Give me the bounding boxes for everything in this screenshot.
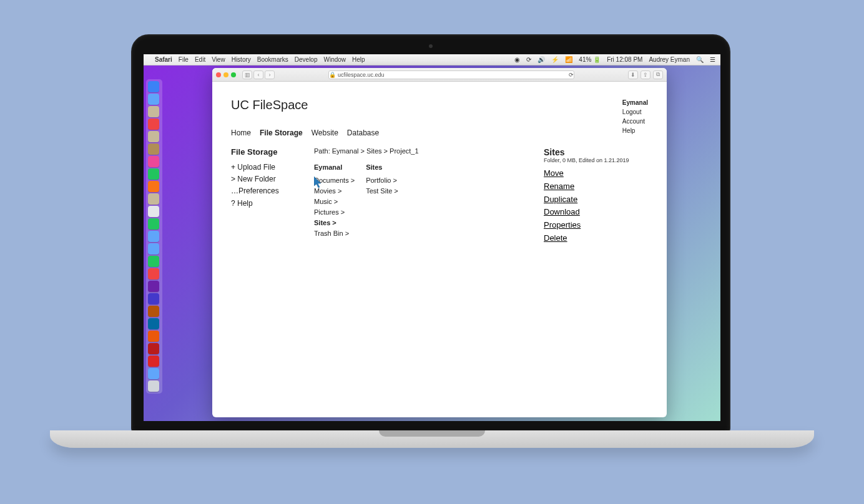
action-move[interactable]: Move (544, 167, 629, 180)
close-window-button[interactable] (216, 72, 221, 77)
menubar-item-window[interactable]: Window (324, 56, 346, 63)
dock-app-9[interactable] (148, 193, 159, 205)
dock-app-18[interactable] (148, 306, 159, 317)
reload-icon[interactable]: ⟳ (569, 72, 574, 78)
tabs-button[interactable]: ⧉ (653, 70, 663, 79)
breadcrumb[interactable]: Path: Eymanal > Sites > Project_1 (314, 147, 514, 155)
help-link[interactable]: ? Help (231, 198, 297, 210)
dock-app-10[interactable] (148, 206, 159, 217)
tab-home[interactable]: Home (231, 128, 251, 137)
dock (146, 79, 162, 394)
menubar-battery[interactable]: 41% 🔋 (579, 56, 601, 63)
dock-app-22[interactable] (148, 356, 159, 367)
action-rename[interactable]: Rename (544, 180, 629, 193)
folder-sites[interactable]: Sites > (314, 218, 355, 228)
dock-app-4[interactable] (148, 131, 159, 142)
file-browser: Path: Eymanal > Sites > Project_1 Eymana… (314, 147, 514, 245)
folder-testsite[interactable]: Test Site > (366, 186, 398, 196)
dock-app-20[interactable] (148, 331, 159, 342)
user-menu-help[interactable]: Help (622, 126, 648, 135)
nav-tabs: Home File Storage Website Database (231, 128, 648, 137)
folder-pictures[interactable]: Pictures > (314, 207, 355, 218)
sidebar-heading: File Storage (231, 147, 297, 157)
dock-app-3[interactable] (148, 119, 159, 130)
dock-app-8[interactable] (148, 181, 159, 192)
folder-documents[interactable]: Documents > (314, 175, 355, 186)
maximize-window-button[interactable] (231, 72, 236, 77)
dock-app-0[interactable] (148, 81, 159, 92)
menubar-status-icon[interactable]: ⟳ (526, 56, 531, 63)
menubar-status-icon[interactable]: ◉ (514, 56, 520, 63)
dock-app-14[interactable] (148, 256, 159, 267)
action-properties[interactable]: Properties (544, 219, 629, 232)
safari-window: ▥ ‹ › 🔒 ucfilespace.uc.edu ⟳ ⬇ ⇪ ⧉ (212, 68, 667, 417)
user-menu-account[interactable]: Account (622, 117, 648, 126)
dock-app-5[interactable] (148, 143, 159, 155)
control-center-icon[interactable]: ☰ (710, 56, 715, 63)
user-menu-name: Eymanal (622, 98, 648, 107)
tab-database[interactable]: Database (347, 128, 379, 137)
menubar-item-develop[interactable]: Develop (295, 56, 318, 63)
dock-app-23[interactable] (148, 368, 159, 379)
menubar-bluetooth-icon[interactable]: ⚡ (551, 56, 559, 63)
share-button[interactable]: ⇪ (641, 70, 650, 79)
dock-app-17[interactable] (148, 293, 159, 304)
menubar-item-view[interactable]: View (212, 56, 225, 63)
folder-trash[interactable]: Trash Bin > (314, 228, 355, 239)
details-meta: Folder, 0 MB, Edited on 1.21.2019 (544, 157, 629, 163)
laptop-notch (379, 430, 485, 437)
dock-app-13[interactable] (148, 243, 159, 254)
dock-app-24[interactable] (148, 380, 159, 392)
details-title: Sites (544, 147, 629, 157)
dock-app-2[interactable] (148, 106, 159, 117)
dock-app-15[interactable] (148, 268, 159, 279)
download-button[interactable]: ⬇ (628, 70, 638, 79)
folder-portfolio[interactable]: Portfolio > (366, 175, 398, 186)
user-menu-logout[interactable]: Logout (622, 107, 648, 117)
page-content: UC FileSpace Eymanal Logout Account Help… (212, 82, 667, 417)
laptop-camera (429, 44, 433, 48)
dock-app-7[interactable] (148, 168, 159, 180)
tab-file-storage[interactable]: File Storage (260, 128, 303, 137)
safari-toolbar: ▥ ‹ › 🔒 ucfilespace.uc.edu ⟳ ⬇ ⇪ ⧉ (212, 68, 667, 82)
preferences-link[interactable]: …Preferences (231, 185, 297, 197)
menubar-wifi-icon[interactable]: 📶 (565, 56, 572, 63)
menubar-item-help[interactable]: Help (352, 56, 365, 63)
details-panel: Sites Folder, 0 MB, Edited on 1.21.2019 … (544, 147, 629, 245)
dock-app-21[interactable] (148, 343, 159, 354)
new-folder-button[interactable]: > New Folder (231, 173, 297, 185)
user-menu: Eymanal Logout Account Help (622, 98, 648, 135)
dock-app-19[interactable] (148, 318, 159, 329)
column-eymanal: Eymanal Documents > Movies > Music > Pic… (314, 162, 355, 239)
action-duplicate[interactable]: Duplicate (544, 193, 629, 206)
menubar-item-history[interactable]: History (232, 56, 251, 63)
dock-app-16[interactable] (148, 281, 159, 292)
menubar-item-file[interactable]: File (179, 56, 189, 63)
back-button[interactable]: ‹ (253, 70, 263, 79)
action-delete[interactable]: Delete (544, 232, 629, 245)
tab-website[interactable]: Website (312, 128, 338, 137)
minimize-window-button[interactable] (223, 72, 228, 77)
folder-music[interactable]: Music > (314, 196, 355, 207)
window-controls (216, 72, 236, 77)
menubar-volume-icon[interactable]: 🔊 (538, 56, 545, 63)
action-download[interactable]: Download (544, 206, 629, 219)
menubar-user[interactable]: Audrey Eyman (649, 56, 690, 63)
sidebar-toggle-button[interactable]: ▥ (242, 70, 252, 79)
dock-app-6[interactable] (148, 156, 159, 167)
dock-app-1[interactable] (148, 94, 159, 105)
upload-file-button[interactable]: + Upload File (231, 162, 297, 173)
lock-icon: 🔒 (329, 72, 336, 78)
menubar-clock[interactable]: Fri 12:08 PM (607, 56, 642, 63)
dock-app-11[interactable] (148, 218, 159, 230)
column-sites: Sites Portfolio > Test Site > (366, 162, 398, 239)
macos-menubar: Safari File Edit View History Bookmarks … (144, 54, 720, 65)
folder-movies[interactable]: Movies > (314, 186, 355, 196)
url-bar[interactable]: 🔒 ucfilespace.uc.edu ⟳ (328, 70, 574, 79)
menubar-app-name[interactable]: Safari (155, 56, 172, 63)
dock-app-12[interactable] (148, 231, 159, 242)
menubar-item-edit[interactable]: Edit (195, 56, 205, 63)
menubar-item-bookmarks[interactable]: Bookmarks (257, 56, 288, 63)
forward-button[interactable]: › (265, 70, 275, 79)
spotlight-icon[interactable]: 🔍 (696, 56, 704, 63)
